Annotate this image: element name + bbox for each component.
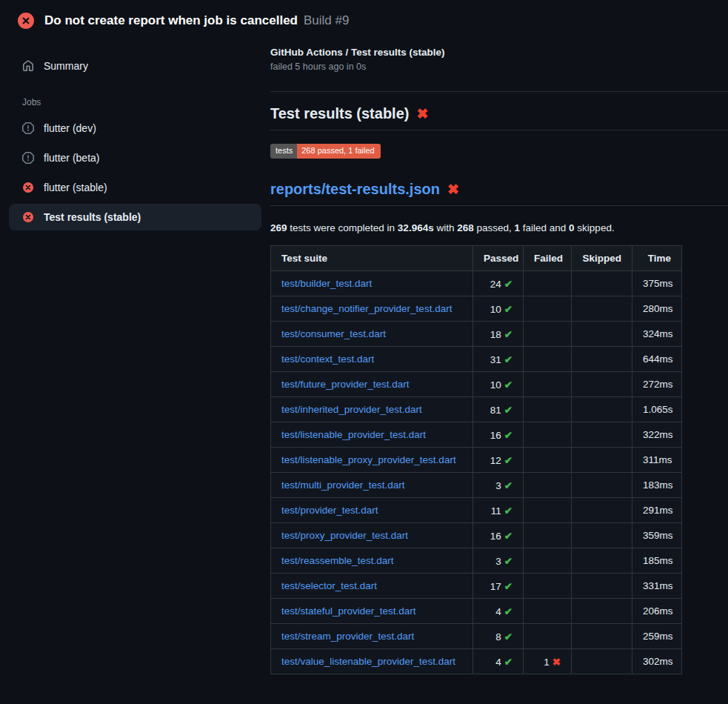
suite-link[interactable]: test/builder_test.dart <box>281 278 372 289</box>
suite-cell: test/context_test.dart <box>271 347 473 372</box>
column-header: Skipped <box>572 246 632 271</box>
passed-cell-count: 16 <box>490 531 501 542</box>
check-icon: ✔ <box>504 480 512 491</box>
check-icon: ✔ <box>504 354 512 365</box>
passed-cell: 16✔ <box>473 422 524 448</box>
sidebar-summary-label: Summary <box>44 60 88 72</box>
sidebar: Summary Jobs flutter (dev) flutter (beta… <box>0 39 270 233</box>
suite-cell: test/builder_test.dart <box>271 271 473 296</box>
passed-cell-count: 11 <box>491 505 501 517</box>
summary-segment: passed, <box>474 222 515 233</box>
time-cell: 291ms <box>632 498 682 523</box>
section-title: Test results (stable) <box>270 105 409 122</box>
suite-link[interactable]: test/listenable_proxy_provider_test.dart <box>281 454 456 465</box>
x-circle-icon <box>22 211 34 223</box>
passed-cell: 4✔ <box>473 649 524 674</box>
passed-cell: 81✔ <box>473 397 524 422</box>
report-title-row: reports/test-results.json ✖ <box>270 181 728 206</box>
suite-cell: test/consumer_test.dart <box>271 322 473 347</box>
suite-link[interactable]: test/stream_provider_test.dart <box>281 631 414 642</box>
suite-link[interactable]: test/value_listenable_provider_test.dart <box>281 656 455 667</box>
suite-link[interactable]: test/stateful_provider_test.dart <box>281 605 416 617</box>
failed-cell <box>524 296 572 322</box>
suite-link[interactable]: test/consumer_test.dart <box>281 328 386 339</box>
skipped-cell <box>572 322 632 347</box>
summary-segment: 32.964s <box>398 222 434 233</box>
check-icon: ✔ <box>504 405 512 416</box>
skipped-cell <box>572 347 632 372</box>
suite-link[interactable]: test/inherited_provider_test.dart <box>281 404 422 415</box>
table-row: test/proxy_provider_test.dart16✔359ms <box>271 523 682 548</box>
passed-cell: 10✔ <box>473 296 524 322</box>
passed-cell: 17✔ <box>473 574 524 599</box>
check-icon: ✔ <box>504 505 512 517</box>
job-item-label: flutter (beta) <box>44 152 99 164</box>
check-icon: ✔ <box>504 531 512 542</box>
passed-cell: 12✔ <box>473 448 524 473</box>
skipped-cell <box>572 574 632 599</box>
report-file-link[interactable]: reports/test-results.json <box>270 181 440 198</box>
sidebar-job-item[interactable]: Test results (stable) <box>9 204 261 230</box>
table-row: test/listenable_proxy_provider_test.dart… <box>271 448 682 473</box>
time-cell: 206ms <box>632 599 682 624</box>
failed-cell <box>524 473 572 498</box>
table-row: test/inherited_provider_test.dart81✔1.06… <box>271 397 682 422</box>
failed-x-icon: ✖ <box>416 107 428 121</box>
suite-cell: test/listenable_proxy_provider_test.dart <box>271 448 473 473</box>
check-icon: ✔ <box>504 657 512 668</box>
stop-icon <box>22 152 34 164</box>
failed-cell <box>524 372 572 397</box>
column-header: Test suite <box>271 246 473 271</box>
suite-link[interactable]: test/provider_test.dart <box>281 505 378 516</box>
failed-x-icon: ✖ <box>447 182 459 196</box>
time-cell: 322ms <box>632 422 682 448</box>
failed-cell <box>524 523 572 548</box>
passed-cell-count: 16 <box>490 430 501 441</box>
sidebar-job-item[interactable]: flutter (stable) <box>9 174 261 201</box>
job-item-label: flutter (stable) <box>44 182 107 193</box>
passed-cell-count: 10 <box>490 304 501 315</box>
sidebar-item-summary[interactable]: Summary <box>9 54 261 78</box>
suite-link[interactable]: test/listenable_provider_test.dart <box>281 429 426 440</box>
job-item-label: flutter (dev) <box>44 122 96 134</box>
table-row: test/consumer_test.dart18✔324ms <box>271 322 682 347</box>
suite-link[interactable]: test/proxy_provider_test.dart <box>281 530 408 541</box>
check-icon: ✔ <box>504 631 512 642</box>
passed-cell: 10✔ <box>473 372 524 397</box>
suite-link[interactable]: test/context_test.dart <box>281 353 374 365</box>
table-row: test/reassemble_test.dart3✔185ms <box>271 548 682 574</box>
failed-cell <box>524 271 572 296</box>
passed-cell-count: 81 <box>490 405 501 416</box>
app-header: Do not create report when job is cancell… <box>0 0 728 39</box>
build-number: Build #9 <box>304 13 349 28</box>
sidebar-job-item[interactable]: flutter (dev) <box>9 115 261 142</box>
failed-cell <box>524 422 572 448</box>
summary-segment: 268 <box>457 222 474 233</box>
suite-link[interactable]: test/selector_test.dart <box>281 580 377 591</box>
failed-cell <box>524 624 572 649</box>
suite-link[interactable]: test/change_notifier_provider_test.dart <box>281 303 452 314</box>
time-cell: 331ms <box>632 574 682 599</box>
summary-text: 269 tests were completed in 32.964s with… <box>270 222 728 233</box>
summary-segment: skipped. <box>575 222 615 233</box>
suite-cell: test/listenable_provider_test.dart <box>271 422 473 448</box>
time-cell: 185ms <box>632 548 682 574</box>
suite-link[interactable]: test/reassemble_test.dart <box>281 555 394 566</box>
suite-cell: test/multi_provider_test.dart <box>271 473 473 498</box>
suite-link[interactable]: test/multi_provider_test.dart <box>281 479 405 491</box>
breadcrumb: GitHub Actions / Test results (stable) <box>270 47 728 58</box>
failed-cell-count: 1 <box>544 657 550 668</box>
suite-cell: test/provider_test.dart <box>271 498 473 523</box>
x-circle-icon <box>18 13 34 29</box>
table-row: test/listenable_provider_test.dart16✔322… <box>271 422 682 448</box>
passed-cell-count: 17 <box>490 581 501 592</box>
failed-cell: 1✖ <box>524 649 572 674</box>
suite-link[interactable]: test/future_provider_test.dart <box>281 379 410 390</box>
sidebar-job-item[interactable]: flutter (beta) <box>9 145 261 171</box>
suite-cell: test/stateful_provider_test.dart <box>271 599 473 624</box>
check-icon: ✔ <box>504 581 512 592</box>
column-header: Time <box>632 246 682 271</box>
table-row: test/value_listenable_provider_test.dart… <box>271 649 682 674</box>
job-item-label: Test results (stable) <box>44 211 141 223</box>
passed-cell: 31✔ <box>473 347 524 372</box>
